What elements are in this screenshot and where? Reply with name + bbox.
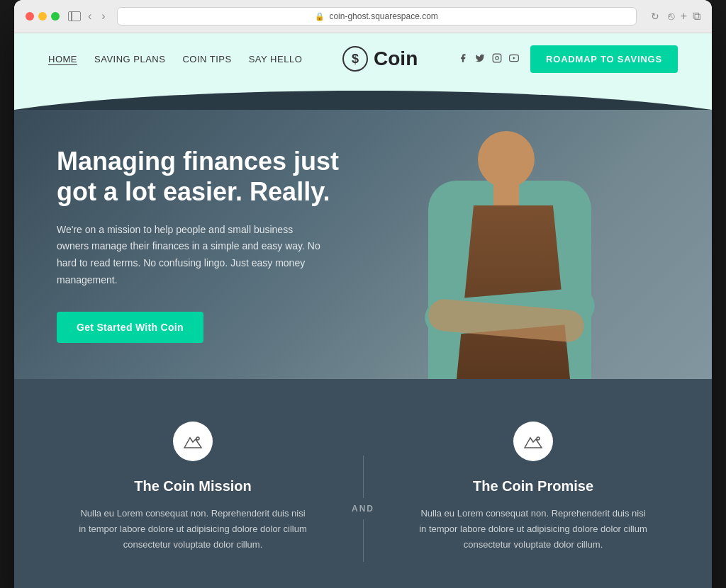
social-icons <box>458 53 519 65</box>
svg-rect-0 <box>493 54 501 62</box>
browser-actions: ⎋ + ⧉ <box>668 10 700 23</box>
browser-controls: ‹ › <box>68 9 108 24</box>
divider-line-bottom <box>363 519 364 562</box>
nav-home[interactable]: HOME <box>48 54 77 64</box>
and-label: AND <box>352 504 374 514</box>
hero-title: Managing finances just got a lot easier.… <box>57 146 340 207</box>
facebook-icon[interactable] <box>458 53 468 65</box>
svg-marker-2 <box>513 57 515 60</box>
hero-description: We're on a mission to help people and sm… <box>57 222 326 289</box>
hero-content: Managing finances just got a lot easier.… <box>14 146 383 343</box>
promise-icon <box>513 422 553 461</box>
maximize-button[interactable] <box>51 12 60 21</box>
instagram-icon[interactable] <box>492 53 502 65</box>
site-content: HOME SAVING PLANS COIN TIPS SAY HELLO $ … <box>14 33 712 588</box>
address-bar[interactable]: 🔒 coin-ghost.squarespace.com <box>117 7 637 26</box>
roadmap-cta-button[interactable]: ROADMAP TO SAVINGS <box>530 45 678 73</box>
mission-card: The Coin Mission Nulla eu Lorem consequa… <box>48 422 337 553</box>
hero-cta-button[interactable]: Get Started With Coin <box>57 312 203 343</box>
refresh-icon[interactable]: ↻ <box>651 11 659 22</box>
logo-icon: $ <box>342 46 368 72</box>
promise-card: The Coin Promise Nulla eu Lorem consequa… <box>389 422 678 553</box>
features-section: The Coin Mission Nulla eu Lorem consequa… <box>14 379 712 588</box>
window-switcher-icon[interactable] <box>68 11 81 21</box>
divider-line-top <box>363 456 364 498</box>
site-logo[interactable]: $ Coin <box>342 46 418 72</box>
traffic-lights <box>26 12 60 21</box>
twitter-icon[interactable] <box>475 53 485 65</box>
share-icon[interactable]: ⎋ <box>668 10 675 23</box>
header-right: ROADMAP TO SAVINGS <box>458 45 678 73</box>
svg-point-4 <box>537 437 540 440</box>
promise-desc: Nulla eu Lorem consequat non. Reprehende… <box>417 506 649 553</box>
back-button[interactable]: ‹ <box>85 9 94 24</box>
url-text: coin-ghost.squarespace.com <box>329 11 437 21</box>
browser-chrome: ‹ › 🔒 coin-ghost.squarespace.com ↻ ⎋ + ⧉ <box>14 0 712 33</box>
lock-icon: 🔒 <box>315 12 325 21</box>
forward-button[interactable]: › <box>99 9 108 24</box>
header-wave <box>14 84 712 110</box>
mission-desc: Nulla eu Lorem consequat non. Reprehende… <box>77 506 309 553</box>
mountain-svg <box>183 434 203 449</box>
nav-say-hello[interactable]: SAY HELLO <box>249 54 303 64</box>
promise-mountain-svg <box>523 434 543 449</box>
logo-dollar-sign: $ <box>352 52 359 67</box>
hero-section: Managing finances just got a lot easier.… <box>14 110 712 379</box>
svg-point-3 <box>196 437 199 440</box>
main-nav: HOME SAVING PLANS COIN TIPS SAY HELLO <box>48 54 302 64</box>
nav-coin-tips[interactable]: COIN TIPS <box>182 54 231 64</box>
new-tab-icon[interactable]: + <box>681 10 687 23</box>
site-header: HOME SAVING PLANS COIN TIPS SAY HELLO $ … <box>14 33 712 84</box>
nav-saving-plans[interactable]: SAVING PLANS <box>94 54 165 64</box>
tabs-icon[interactable]: ⧉ <box>693 10 700 23</box>
logo-text: Coin <box>374 47 418 70</box>
and-divider: AND <box>337 422 389 567</box>
minimize-button[interactable] <box>38 12 47 21</box>
close-button[interactable] <box>26 12 34 21</box>
promise-title: The Coin Promise <box>417 478 649 494</box>
mission-icon <box>173 422 213 461</box>
mission-title: The Coin Mission <box>77 478 309 494</box>
browser-window: ‹ › 🔒 coin-ghost.squarespace.com ↻ ⎋ + ⧉… <box>14 0 712 588</box>
youtube-icon[interactable] <box>509 53 519 65</box>
